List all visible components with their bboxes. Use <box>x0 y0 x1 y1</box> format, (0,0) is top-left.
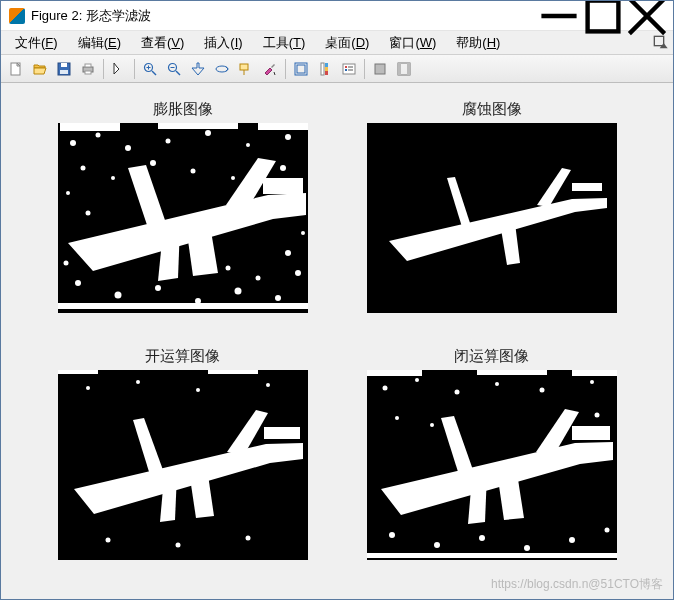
menu-window-accel: W <box>420 35 432 50</box>
menu-window[interactable]: 窗口(W) <box>379 32 446 54</box>
brush-button[interactable] <box>259 58 281 80</box>
hide-plot-tools-button[interactable] <box>369 58 391 80</box>
new-figure-button[interactable] <box>5 58 27 80</box>
link-data-button[interactable] <box>290 58 312 80</box>
menu-help[interactable]: 帮助(H) <box>446 32 510 54</box>
svg-point-49 <box>190 169 195 174</box>
svg-rect-8 <box>60 70 68 74</box>
svg-point-63 <box>85 211 90 216</box>
svg-rect-68 <box>258 123 308 130</box>
save-button[interactable] <box>53 58 75 80</box>
svg-line-17 <box>176 71 180 75</box>
svg-line-13 <box>152 71 156 75</box>
menu-file-accel: F <box>45 35 53 50</box>
svg-rect-20 <box>240 64 248 70</box>
toolbar-separator <box>364 59 365 79</box>
svg-rect-73 <box>264 427 300 439</box>
svg-point-41 <box>125 145 131 151</box>
svg-rect-69 <box>58 303 308 309</box>
edit-plot-button[interactable] <box>108 58 130 80</box>
menu-insert-accel: I <box>235 35 239 50</box>
svg-rect-26 <box>325 67 328 71</box>
svg-point-42 <box>165 139 170 144</box>
menu-edit-accel: E <box>108 35 117 50</box>
show-plot-tools-button[interactable] <box>393 58 415 80</box>
svg-point-76 <box>196 388 200 392</box>
svg-point-43 <box>205 130 211 136</box>
svg-point-56 <box>234 288 241 295</box>
pan-button[interactable] <box>187 58 209 80</box>
svg-point-52 <box>75 280 81 286</box>
maximize-button[interactable] <box>581 2 625 30</box>
svg-point-39 <box>70 140 76 146</box>
menu-tools-label: 工具 <box>263 35 289 50</box>
svg-rect-11 <box>85 71 91 74</box>
menu-edit[interactable]: 编辑(E) <box>68 32 131 54</box>
subplot-title: 闭运算图像 <box>454 347 529 366</box>
insert-legend-button[interactable] <box>338 58 360 80</box>
data-cursor-button[interactable] <box>235 58 257 80</box>
svg-rect-27 <box>325 71 328 75</box>
axes-image[interactable] <box>367 370 617 560</box>
subplot-closing: 闭运算图像 <box>355 347 628 570</box>
svg-point-98 <box>569 537 575 543</box>
svg-point-79 <box>175 543 180 548</box>
axes-image[interactable] <box>58 123 308 313</box>
menu-tools[interactable]: 工具(T) <box>253 32 316 54</box>
close-button[interactable] <box>625 2 669 30</box>
menu-file[interactable]: 文件(F) <box>5 32 68 54</box>
svg-rect-100 <box>367 370 422 376</box>
zoom-out-button[interactable] <box>163 58 185 80</box>
svg-rect-36 <box>407 63 410 75</box>
svg-rect-103 <box>367 553 617 558</box>
subplot-opening: 开运算图像 <box>46 347 319 570</box>
svg-point-53 <box>114 292 121 299</box>
svg-point-77 <box>266 383 270 387</box>
dock-dropdown-icon[interactable] <box>653 35 669 51</box>
svg-point-48 <box>150 160 156 166</box>
minimize-button[interactable] <box>537 2 581 30</box>
svg-rect-10 <box>85 64 91 67</box>
svg-rect-1 <box>588 0 619 31</box>
subplot-dilation: 膨胀图像 <box>46 100 319 323</box>
figure-inner: 膨胀图像 <box>10 92 664 590</box>
menu-desktop[interactable]: 桌面(D) <box>315 32 379 54</box>
svg-point-45 <box>285 134 291 140</box>
subplot-title: 膨胀图像 <box>153 100 213 119</box>
svg-rect-81 <box>58 370 98 374</box>
svg-point-91 <box>395 416 399 420</box>
svg-rect-71 <box>572 183 602 191</box>
rotate-3d-button[interactable] <box>211 58 233 80</box>
svg-point-61 <box>225 266 230 271</box>
menu-file-label: 文件 <box>15 35 41 50</box>
svg-rect-7 <box>61 63 67 67</box>
menu-insert[interactable]: 插入(I) <box>194 32 252 54</box>
axes-image[interactable] <box>367 123 617 313</box>
svg-rect-23 <box>297 65 305 73</box>
print-button[interactable] <box>77 58 99 80</box>
svg-rect-38 <box>263 178 303 194</box>
svg-point-96 <box>479 535 485 541</box>
svg-rect-84 <box>572 426 610 440</box>
toolbar-separator <box>134 59 135 79</box>
toolbar-separator <box>103 59 104 79</box>
subplot-title: 开运算图像 <box>145 347 220 366</box>
menu-view[interactable]: 查看(V) <box>131 32 194 54</box>
zoom-in-button[interactable] <box>139 58 161 80</box>
svg-point-99 <box>604 528 609 533</box>
subplot-erosion: 腐蚀图像 <box>355 100 628 323</box>
svg-point-95 <box>434 542 440 548</box>
svg-point-59 <box>295 270 301 276</box>
svg-point-80 <box>245 536 250 541</box>
svg-point-47 <box>111 176 115 180</box>
axes-image[interactable] <box>58 370 308 560</box>
menu-desktop-label: 桌面 <box>325 35 351 50</box>
svg-point-58 <box>63 261 68 266</box>
insert-colorbar-button[interactable] <box>314 58 336 80</box>
svg-point-51 <box>280 165 286 171</box>
svg-point-57 <box>275 295 281 301</box>
menu-desktop-accel: D <box>356 35 365 50</box>
open-button[interactable] <box>29 58 51 80</box>
svg-point-94 <box>389 532 395 538</box>
menu-insert-label: 插入 <box>204 35 230 50</box>
